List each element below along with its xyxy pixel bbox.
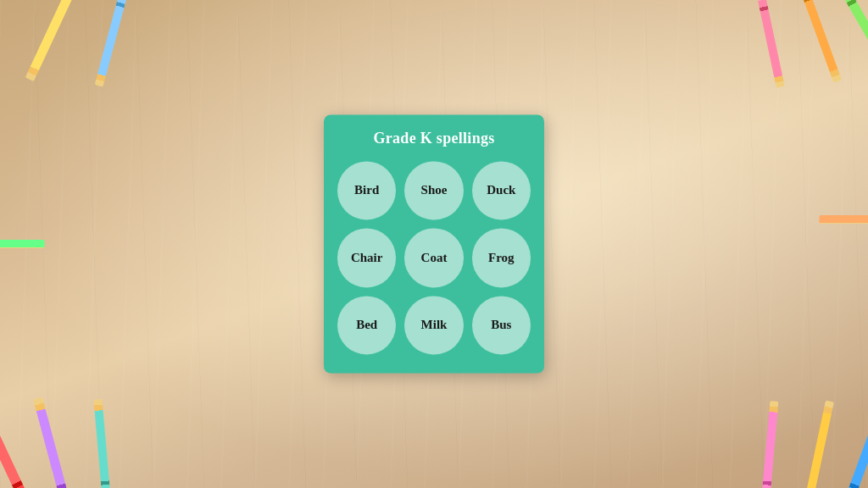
- word-circle-chair[interactable]: Chair: [337, 229, 396, 287]
- word-circle-milk[interactable]: Milk: [404, 296, 463, 354]
- word-grid: BirdShoeDuckChairCoatFrogBedMilkBus: [337, 161, 531, 354]
- word-circle-bus[interactable]: Bus: [472, 296, 531, 354]
- card-title: Grade K spellings: [337, 130, 531, 147]
- word-circle-frog[interactable]: Frog: [472, 229, 531, 287]
- word-circle-shoe[interactable]: Shoe: [404, 161, 463, 219]
- pencil-left-mid: [0, 240, 45, 248]
- word-circle-bed[interactable]: Bed: [337, 296, 396, 354]
- word-circle-bird[interactable]: Bird: [337, 161, 396, 219]
- spelling-card: Grade K spellings BirdShoeDuckChairCoatF…: [324, 114, 544, 373]
- word-circle-coat[interactable]: Coat: [404, 229, 463, 287]
- pencil-right-mid: [820, 215, 869, 224]
- word-circle-duck[interactable]: Duck: [472, 161, 531, 219]
